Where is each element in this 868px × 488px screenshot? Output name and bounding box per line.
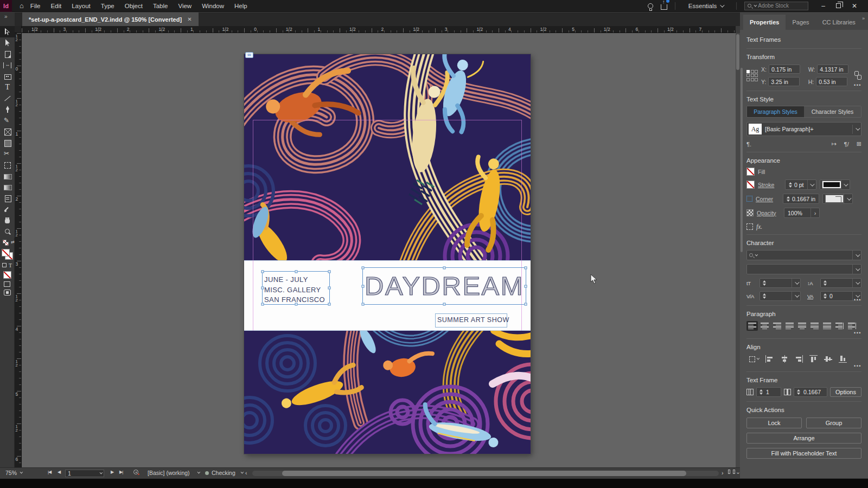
ruler-vertical[interactable]: 120121122123124125126 bbox=[15, 33, 22, 467]
selection-handle[interactable] bbox=[261, 303, 264, 306]
stroke-weight-group[interactable]: 0 pt bbox=[785, 179, 816, 190]
menu-file[interactable]: File bbox=[30, 3, 41, 9]
horizontal-scrollbar-thumb[interactable] bbox=[282, 471, 686, 476]
lock-button[interactable]: Lock bbox=[746, 418, 802, 428]
pen-tool[interactable] bbox=[0, 104, 15, 115]
stroke-style-group[interactable] bbox=[820, 179, 850, 190]
corner-radius-value[interactable]: 0.1667 in bbox=[791, 196, 819, 202]
fill-swatch[interactable] bbox=[2, 249, 10, 256]
selection-tool[interactable] bbox=[0, 26, 15, 37]
selection-handle[interactable] bbox=[328, 271, 331, 273]
pasteboard[interactable]: JUNE - JULY MISC. GALLERY SAN FRANCISCO … bbox=[22, 33, 736, 467]
direct-selection-tool[interactable] bbox=[0, 37, 15, 49]
constrain-proportions-icon[interactable] bbox=[854, 71, 861, 80]
panel-overflow-icon[interactable]: » bbox=[0, 12, 15, 26]
note-tool[interactable] bbox=[0, 193, 15, 204]
kerning-group[interactable] bbox=[760, 291, 801, 301]
reference-point-proxy[interactable] bbox=[746, 70, 758, 81]
formatting-affects-container-icon[interactable] bbox=[2, 263, 7, 267]
align-bottom-edges-button[interactable] bbox=[837, 354, 848, 364]
font-size-group[interactable] bbox=[760, 278, 801, 288]
align-v-centers-button[interactable] bbox=[822, 354, 834, 364]
first-page-button[interactable]: |◀ bbox=[48, 470, 51, 474]
object-style-icon[interactable] bbox=[746, 223, 753, 230]
selection-handle[interactable] bbox=[261, 287, 264, 290]
tracking-value[interactable]: 0 bbox=[828, 293, 852, 299]
leading-group[interactable] bbox=[820, 278, 861, 288]
rectangle-frame-tool[interactable] bbox=[0, 126, 15, 138]
menu-object[interactable]: Object bbox=[125, 3, 143, 9]
w-field[interactable]: 4.1317 in bbox=[817, 65, 848, 74]
paragraph-justify-right-button[interactable] bbox=[809, 321, 820, 331]
opacity-expand-icon[interactable]: › bbox=[810, 208, 819, 218]
group-button[interactable]: Group bbox=[806, 418, 861, 428]
arrange-button[interactable]: Arrange bbox=[746, 433, 861, 444]
paragraph-justify-center-button[interactable] bbox=[796, 321, 808, 331]
pencil-tool[interactable] bbox=[0, 115, 15, 126]
font-style-dropdown[interactable] bbox=[746, 264, 861, 274]
clear-override-icon[interactable]: ¶/ bbox=[844, 141, 849, 147]
indesign-logo[interactable]: Id bbox=[0, 0, 12, 12]
paragraph-align-center-button[interactable] bbox=[759, 321, 770, 331]
ruler-horizontal[interactable]: 1/231/221/211/201/211/221/231/241/251/26… bbox=[22, 26, 736, 33]
document-tab[interactable]: *set-up-a-postcard_END_V2.indd @ 150% [C… bbox=[22, 12, 199, 26]
selection-handle[interactable] bbox=[328, 287, 331, 290]
opacity-group[interactable]: 100% › bbox=[784, 208, 820, 218]
page-number-field[interactable]: 1 bbox=[65, 470, 104, 477]
hand-tool[interactable] bbox=[0, 215, 15, 227]
zoom-level-dropdown[interactable]: 75% bbox=[5, 470, 22, 476]
free-transform-tool[interactable] bbox=[0, 159, 15, 171]
menu-window[interactable]: Window bbox=[202, 3, 224, 9]
new-style-icon[interactable]: ⊞ bbox=[857, 140, 861, 147]
learn-bulb-icon[interactable] bbox=[648, 3, 653, 9]
gutter-group[interactable]: 0.1667 bbox=[794, 387, 827, 397]
search-input[interactable] bbox=[758, 3, 805, 9]
swap-fill-stroke-icon[interactable]: ⇄ bbox=[3, 240, 11, 246]
stock-search[interactable] bbox=[744, 2, 808, 10]
menu-table[interactable]: Table bbox=[153, 3, 168, 9]
transform-more-options[interactable]: ••• bbox=[854, 82, 861, 88]
preflight-profile-dropdown[interactable]: [Basic] (working) bbox=[148, 470, 199, 476]
selection-handle[interactable] bbox=[443, 303, 446, 306]
opacity-label[interactable]: Opacity bbox=[757, 210, 781, 216]
align-top-edges-button[interactable] bbox=[808, 354, 819, 364]
home-icon[interactable]: ⌂ bbox=[20, 2, 24, 10]
panel-menu-icon[interactable]: » bbox=[862, 16, 865, 21]
panel-scrollbar-thumb[interactable] bbox=[741, 68, 743, 252]
h-field[interactable]: 0.53 in bbox=[816, 77, 847, 86]
eyedropper-tool[interactable] bbox=[0, 204, 15, 215]
preview-mode-icon[interactable] bbox=[4, 290, 11, 296]
page-tool[interactable] bbox=[0, 48, 15, 60]
stroke-weight-value[interactable]: 0 pt bbox=[793, 182, 807, 188]
tab-cc-libraries[interactable]: CC Libraries bbox=[816, 15, 862, 30]
share-icon[interactable] bbox=[661, 4, 667, 10]
corner-label[interactable]: Corner bbox=[756, 196, 780, 202]
selection-handle[interactable] bbox=[362, 303, 365, 306]
font-family-dropdown[interactable] bbox=[746, 250, 861, 260]
spread-view-icon[interactable] bbox=[728, 470, 735, 474]
pilcrow-icon[interactable]: ¶. bbox=[746, 141, 751, 147]
vertical-scrollbar-thumb[interactable] bbox=[736, 34, 739, 70]
selection-handle[interactable] bbox=[525, 285, 527, 287]
workspace-switcher[interactable]: Essentials bbox=[683, 3, 729, 9]
fill-stroke-swatches[interactable] bbox=[2, 249, 13, 260]
tab-character-styles[interactable]: Character Styles bbox=[804, 106, 861, 117]
stroke-color-swatch[interactable] bbox=[746, 181, 755, 189]
linked-content-badge[interactable]: ∞ bbox=[245, 52, 253, 58]
redefine-style-icon[interactable]: ↦ bbox=[832, 140, 837, 147]
horizontal-scrollbar[interactable] bbox=[252, 471, 719, 476]
previous-page-button[interactable]: ◀ bbox=[58, 470, 60, 474]
stroke-label[interactable]: Stroke bbox=[758, 182, 782, 188]
corner-radius-group[interactable]: 0.1667 in bbox=[783, 194, 819, 204]
ruler-origin-box[interactable] bbox=[15, 26, 22, 33]
line-tool[interactable] bbox=[0, 93, 15, 104]
scroll-left-arrow[interactable]: ‹ bbox=[245, 470, 247, 476]
selection-handle[interactable] bbox=[295, 271, 297, 273]
y-field[interactable]: 3.25 in bbox=[768, 77, 800, 86]
formatting-affects-text-icon[interactable]: T bbox=[9, 262, 12, 268]
tab-pages[interactable]: Pages bbox=[786, 15, 815, 30]
last-page-button[interactable]: ▶| bbox=[119, 470, 123, 474]
rectangle-tool[interactable] bbox=[0, 137, 15, 149]
scissors-tool[interactable] bbox=[0, 149, 15, 160]
tab-paragraph-styles[interactable]: Paragraph Styles bbox=[747, 106, 804, 117]
